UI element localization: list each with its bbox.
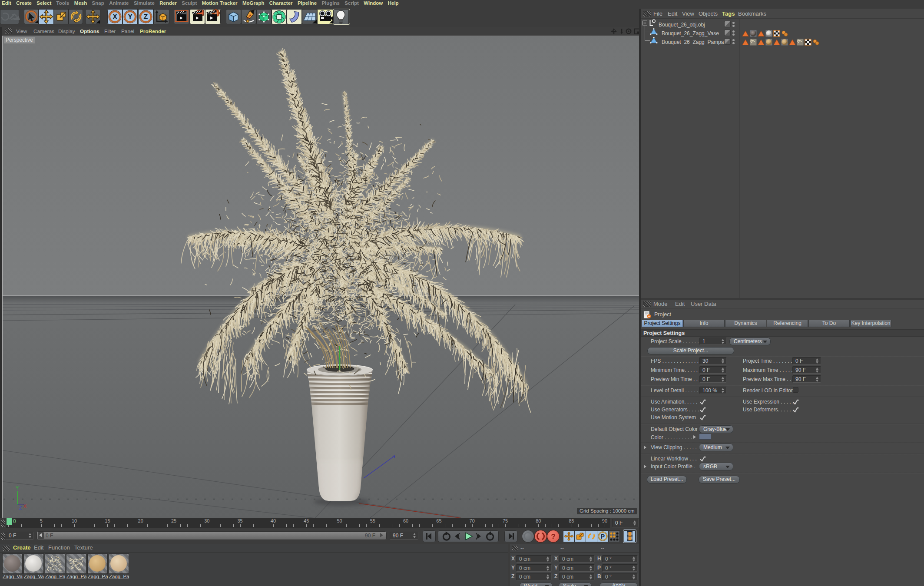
svg-text:X: X bbox=[23, 503, 27, 509]
svg-text:P: P bbox=[601, 533, 605, 540]
svg-text:Y: Y bbox=[128, 13, 133, 20]
svg-text:?: ? bbox=[551, 533, 555, 541]
svg-text:Y: Y bbox=[16, 485, 19, 490]
svg-text:Z: Z bbox=[143, 13, 148, 20]
svg-text:Z: Z bbox=[19, 506, 22, 510]
svg-text:X: X bbox=[113, 13, 117, 20]
